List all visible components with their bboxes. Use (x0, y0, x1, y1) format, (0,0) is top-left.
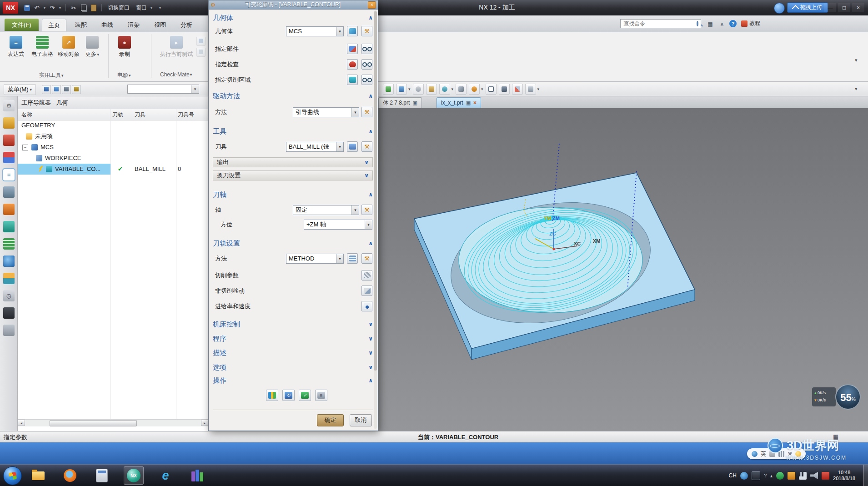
antivirus-tray-icon[interactable] (776, 472, 784, 480)
restore-window-icon[interactable]: ▣ (466, 100, 471, 106)
part-tab-inactive[interactable]: 体 2 7 8.prt ▣ (378, 97, 422, 108)
non-cutting-button[interactable] (361, 286, 372, 296)
minimize-button[interactable]: — (824, 3, 836, 12)
touch-panel-icon[interactable] (3, 307, 15, 319)
chevron-down-icon[interactable]: ▾ (408, 87, 411, 91)
toolbar-overflow-icon[interactable]: ▾ (855, 86, 858, 92)
shaded-view-icon[interactable] (469, 84, 480, 95)
tab-view[interactable]: 视图 (148, 19, 172, 31)
assembly-navigator-icon[interactable] (3, 117, 15, 129)
new-tool-button[interactable]: ⚒ (361, 141, 372, 152)
section-actions-header[interactable]: 操作 ∧ (213, 376, 373, 385)
ribbon-overflow-icon[interactable]: ▾ (855, 57, 858, 63)
section-tool-header[interactable]: 工具 ∧ (213, 127, 373, 136)
ie-taskbar-icon[interactable]: e (156, 466, 176, 485)
navigator-title-bar[interactable]: 工序导航器 - 几何 (18, 96, 208, 110)
group-utilities[interactable]: 实用工具 ▾ (39, 71, 64, 79)
ime-logo-icon[interactable] (752, 451, 758, 457)
part-navigator-icon[interactable] (3, 152, 15, 163)
scroll-left-icon[interactable]: ◂ (18, 420, 25, 426)
expand-icon[interactable]: ∨ (368, 321, 373, 327)
axis-select[interactable]: 固定 ▾ (293, 205, 359, 215)
more-button[interactable]: 更多 ▾ (82, 36, 103, 58)
new-method-button[interactable]: ⚒ (361, 253, 372, 264)
tab-curve[interactable]: 曲线 (95, 19, 119, 31)
undo-dropdown-icon[interactable]: ▾ (42, 3, 47, 12)
group-check-mate[interactable]: Check-Mate ▾ (160, 71, 192, 78)
tutorial-button[interactable]: 教程 (741, 20, 760, 27)
section-tool-axis-header[interactable]: 刀轴 ∧ (213, 190, 373, 199)
path-method-select[interactable]: METHOD ▾ (286, 254, 344, 264)
window-menu-button[interactable]: 窗口 ▾ (133, 2, 157, 13)
column-header-toolpath[interactable]: 刀轨 (112, 111, 123, 119)
move-object-button[interactable]: ↗ 移动对象 (55, 36, 82, 58)
display-part-button[interactable] (361, 44, 372, 54)
select-check-button[interactable] (347, 59, 358, 70)
tray-language-indicator[interactable]: CH (729, 472, 737, 479)
select-part-button[interactable] (347, 44, 358, 54)
tab-assembly[interactable]: 装配 (69, 19, 93, 31)
edit-drive-method-button[interactable]: ⚒ (361, 107, 372, 117)
winrar-taskbar-icon[interactable] (187, 466, 207, 485)
output-subsection[interactable]: 输出 ∨ (213, 157, 373, 167)
column-header-tool[interactable]: 刀具 (135, 111, 146, 119)
record-button[interactable]: ● 录制 (113, 36, 136, 58)
tool-change-subsection[interactable]: 换刀设置 ∨ (213, 170, 373, 180)
constraint-navigator-icon[interactable] (3, 135, 15, 146)
dialog-titlebar[interactable]: ⚙ 可变轮廓铣 - [VARIABLE_CONTOUR] × (209, 0, 378, 10)
select-mcs-button[interactable] (347, 26, 358, 36)
taskbar-clock[interactable]: 10:48 2018/8/18 (833, 470, 855, 481)
close-button[interactable]: × (852, 3, 864, 12)
tab-analysis[interactable]: 分析 (175, 19, 198, 31)
tree-row-geometry[interactable]: GEOMETRY (18, 120, 208, 131)
tab-home[interactable]: 主页 (42, 19, 66, 31)
section-description-header[interactable]: 描述 ∨ (213, 348, 373, 357)
network-tray-icon[interactable] (799, 472, 807, 480)
cancel-button[interactable]: 取消 (350, 414, 372, 426)
notes-icon[interactable] (3, 325, 15, 336)
selection-scope-combo[interactable]: ▾ (127, 85, 199, 94)
spreadsheet-button[interactable]: 电子表格 (29, 36, 55, 58)
part-tab-active[interactable]: lx_x_t.prt ▣ × (437, 97, 481, 108)
firefox-taskbar-icon[interactable] (60, 466, 80, 485)
quick-access-overflow-icon[interactable]: ▾ (158, 3, 162, 12)
memory-usage-ball[interactable]: 55% (835, 384, 861, 410)
chevron-down-icon[interactable]: ▾ (336, 142, 343, 151)
search-icon[interactable] (697, 21, 698, 26)
ime-language-toggle[interactable]: 英 (761, 450, 766, 458)
section-path-settings-header[interactable]: 刀轨设置 ∧ (213, 239, 373, 248)
roles-gear-icon[interactable]: ⚙ (3, 100, 15, 111)
method-library-button[interactable] (347, 253, 358, 264)
chevron-down-icon[interactable]: ▾ (336, 254, 343, 263)
calculator-taskbar-icon[interactable] (92, 466, 112, 485)
tool-select[interactable]: BALL_MILL (铣 ▾ (286, 142, 344, 152)
redo-icon[interactable]: ↷ (48, 3, 57, 12)
maximize-button[interactable]: □ (838, 3, 850, 12)
security-flag-tray-icon[interactable] (822, 472, 829, 480)
scrollbar-thumb[interactable] (374, 11, 377, 371)
highlight-toggle-icon[interactable] (72, 85, 81, 94)
show-desktop-button[interactable] (863, 465, 868, 486)
section-program-header[interactable]: 程序 ∨ (213, 334, 373, 343)
web-browser-icon[interactable] (3, 238, 15, 250)
drive-method-select[interactable]: 引导曲线 ▾ (293, 107, 359, 117)
updater-tray-icon[interactable] (788, 472, 795, 480)
tray-pinyin-icon[interactable] (740, 472, 748, 480)
start-button[interactable] (3, 466, 22, 485)
select-cut-area-button[interactable] (347, 75, 358, 85)
capture-tool-icon[interactable] (774, 3, 785, 14)
collapse-icon[interactable]: ∧ (368, 191, 373, 198)
select-scope-icon[interactable] (62, 85, 71, 94)
orientation-select[interactable]: +ZM 轴 ▾ (304, 220, 372, 230)
scroll-right-icon[interactable]: ▸ (201, 420, 208, 426)
perspective-icon[interactable] (456, 84, 467, 95)
verify-toolpath-button[interactable]: ✓ (299, 390, 311, 401)
rotate-icon[interactable] (439, 84, 450, 95)
feeds-speeds-button[interactable] (361, 301, 372, 311)
refresh-view-icon[interactable] (383, 84, 394, 95)
expand-icon[interactable]: ∨ (368, 350, 373, 356)
expand-icon[interactable]: ∨ (364, 159, 369, 165)
expand-icon[interactable]: ∨ (368, 336, 373, 342)
cut-icon[interactable]: ✂ (69, 3, 78, 12)
collapse-icon[interactable]: ∧ (368, 240, 373, 246)
